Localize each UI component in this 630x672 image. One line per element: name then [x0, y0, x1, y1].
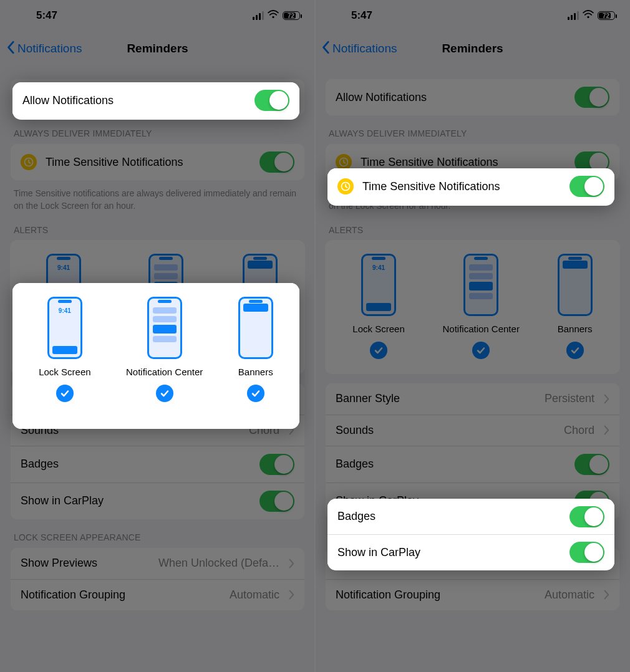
battery-icon: 72: [598, 11, 615, 20]
chevron-left-icon: [321, 41, 331, 57]
badges-toggle[interactable]: [259, 454, 294, 475]
cellular-icon: [253, 11, 264, 20]
highlight-badges-carplay: Badges Show in CarPlay: [327, 499, 614, 570]
allow-toggle[interactable]: [574, 87, 609, 108]
ts-toggle[interactable]: [259, 151, 294, 173]
back-button[interactable]: Notifications: [321, 41, 397, 57]
badges-row[interactable]: Badges: [11, 446, 304, 482]
carplay-toggle[interactable]: [259, 491, 294, 512]
clock-icon: [21, 154, 37, 170]
time-sensitive-row[interactable]: Time Sensitive Notifications: [11, 144, 304, 180]
alert-opt-nc[interactable]: Notification Center: [442, 254, 519, 359]
alert-opt-lockscreen[interactable]: 9:41 Lock Screen: [39, 297, 90, 414]
ts-header: ALWAYS DELIVER IMMEDIATELY: [325, 116, 620, 143]
ts-footer: Time Sensitive notifications are always …: [10, 181, 305, 213]
alert-opt-banners[interactable]: Banners: [558, 254, 593, 359]
status-time: 5:47: [351, 9, 372, 22]
grouping-row[interactable]: Notification Grouping Automatic: [11, 579, 304, 610]
chevron-left-icon: [6, 41, 16, 57]
check-icon: [566, 342, 584, 359]
alert-opt-nc[interactable]: Notification Center: [126, 297, 203, 414]
alert-opt-banners[interactable]: Banners: [238, 297, 273, 414]
back-label: Notifications: [17, 42, 82, 55]
row-label: Show Previews: [21, 557, 97, 570]
chevron-right-icon: [603, 590, 609, 600]
highlight-ts: Time Sensitive Notifications: [327, 168, 614, 206]
pane-right: 5:47 72 Notifications Reminders Allow No…: [315, 0, 630, 672]
row-value: Chord: [564, 424, 594, 437]
phone-lockscreen-icon: 9:41: [361, 254, 396, 316]
carplay-row[interactable]: Show in CarPlay: [11, 482, 304, 519]
row-label: Badges: [337, 510, 376, 523]
banner-style-row[interactable]: Banner Style Persistent: [326, 383, 619, 415]
phone-nc-icon: [147, 297, 182, 359]
status-bar: 5:47 72: [315, 0, 630, 31]
row-label: Notification Grouping: [336, 588, 440, 602]
carplay-row-hl[interactable]: Show in CarPlay: [327, 534, 614, 570]
ls-header: LOCK SCREEN APPEARANCE: [10, 520, 305, 547]
row-label: Show in CarPlay: [21, 494, 104, 507]
alert-opt-lockscreen[interactable]: 9:41 Lock Screen: [352, 254, 404, 359]
row-value: Persistent: [545, 392, 594, 405]
phone-lockscreen-icon: 9:41: [47, 297, 82, 359]
check-icon: [56, 385, 74, 402]
chevron-right-icon: [603, 394, 609, 404]
row-value: When Unlocked (Defa…: [158, 557, 279, 570]
highlight-allow: Allow Notifications: [12, 82, 299, 120]
check-icon: [472, 342, 490, 359]
ts-header: ALWAYS DELIVER IMMEDIATELY: [10, 116, 305, 143]
ts-group: Time Sensitive Notifications: [10, 143, 305, 181]
wifi-icon: [268, 9, 279, 22]
alerts-card: 9:41 Lock Screen Notification Center: [325, 240, 620, 374]
badges-toggle[interactable]: [569, 506, 604, 527]
grouping-row[interactable]: Notification Grouping Automatic: [326, 579, 619, 610]
allow-group: Allow Notifications: [325, 79, 620, 116]
alert-label: Banners: [558, 324, 593, 334]
back-label: Notifications: [332, 42, 397, 55]
chevron-right-icon: [603, 425, 609, 435]
back-button[interactable]: Notifications: [6, 41, 82, 57]
badges-row[interactable]: Badges: [326, 446, 619, 482]
ts-label: Time Sensitive Notifications: [361, 156, 498, 169]
wifi-icon: [583, 9, 594, 22]
alert-label: Notification Center: [126, 367, 203, 377]
badges-row-hl[interactable]: Badges: [327, 499, 614, 534]
ts-label: Time Sensitive Notifications: [362, 180, 500, 193]
phone-banner-icon: [238, 297, 273, 359]
chevron-right-icon: [288, 590, 294, 600]
check-icon: [370, 342, 387, 359]
allow-toggle[interactable]: [254, 90, 289, 111]
badges-toggle[interactable]: [574, 454, 609, 475]
ts-toggle[interactable]: [569, 176, 604, 197]
ts-label: Time Sensitive Notifications: [46, 156, 183, 169]
sounds-row[interactable]: Sounds Chord: [326, 415, 619, 446]
status-bar: 5:47 72: [0, 0, 315, 31]
check-icon: [247, 385, 264, 402]
row-label: Badges: [336, 458, 374, 471]
nav-header: Notifications Reminders: [315, 35, 630, 62]
alerts-header: ALERTS: [10, 213, 305, 240]
alerts-header: ALERTS: [325, 213, 620, 240]
show-previews-row[interactable]: Show Previews When Unlocked (Defa…: [11, 548, 304, 579]
row-label: Notification Grouping: [21, 588, 125, 602]
allow-notifications-row-hl[interactable]: Allow Notifications: [12, 82, 299, 118]
alerts-card-hl: 9:41 Lock Screen Notification Center: [12, 283, 299, 429]
allow-notifications-row[interactable]: Allow Notifications: [326, 79, 619, 115]
battery-icon: 72: [283, 11, 300, 20]
alert-label: Banners: [238, 367, 273, 377]
phone-nc-icon: [463, 254, 498, 316]
nav-header: Notifications Reminders: [0, 35, 315, 62]
alert-label: Notification Center: [442, 324, 519, 334]
cellular-icon: [568, 11, 579, 20]
chevron-right-icon: [288, 559, 294, 569]
row-value: Automatic: [230, 588, 279, 602]
check-icon: [156, 385, 173, 402]
alert-label: Lock Screen: [39, 367, 90, 377]
ls-rows-group: Show Previews When Unlocked (Defa… Notif…: [10, 547, 305, 611]
clock-icon: [337, 178, 354, 194]
carplay-toggle[interactable]: [569, 542, 604, 563]
alert-label: Lock Screen: [352, 324, 404, 334]
highlight-alerts: 9:41 Lock Screen Notification Center: [12, 283, 299, 429]
time-sensitive-row-hl[interactable]: Time Sensitive Notifications: [327, 168, 614, 204]
phone-banner-icon: [558, 254, 593, 316]
